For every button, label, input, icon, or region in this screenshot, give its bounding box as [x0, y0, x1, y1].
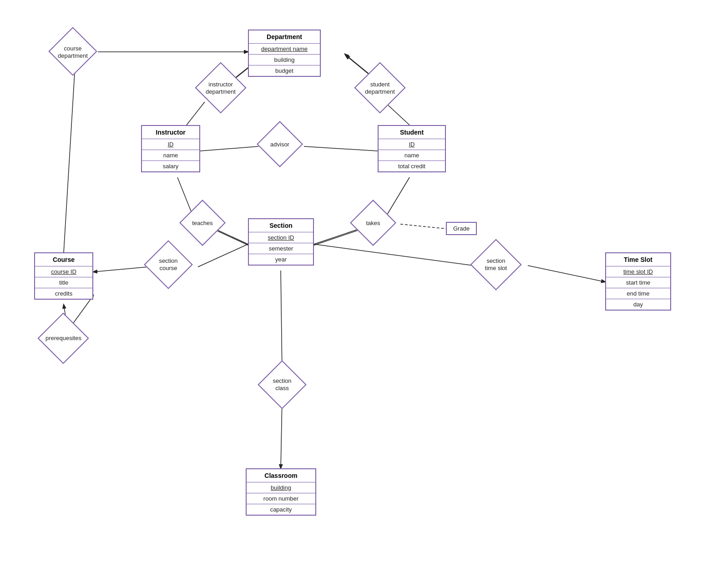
student-attr-id: ID	[379, 139, 445, 150]
department-title: Department	[249, 30, 320, 43]
timeslot-attr-day: day	[606, 299, 670, 310]
classroom-entity: Classroom building room number capacity	[246, 468, 316, 516]
classroom-attr-building: building	[247, 482, 315, 493]
grade-label: Grade	[453, 225, 470, 232]
instructor-title: Instructor	[142, 126, 199, 139]
department-entity: Department department name building budg…	[248, 30, 321, 77]
section-attr-id: section ID	[249, 232, 313, 243]
course-attr-credits: credits	[35, 288, 92, 299]
timeslot-attr-end: end time	[606, 288, 670, 299]
instructor-entity: Instructor ID name salary	[141, 125, 200, 172]
section-class-label: sectionclass	[273, 377, 291, 391]
course-department-label: coursedepartment	[58, 45, 88, 59]
student-entity: Student ID name total credit	[378, 125, 446, 172]
svg-line-20	[528, 266, 605, 282]
svg-line-7	[384, 102, 410, 125]
classroom-attr-room: room number	[247, 493, 315, 504]
department-attr-name: department name	[249, 44, 320, 54]
takes-label: takes	[366, 220, 380, 227]
svg-line-8	[304, 146, 378, 151]
advisor-relationship: advisor	[253, 130, 307, 159]
section-timeslot-relationship: sectiontime slot	[464, 249, 528, 280]
svg-line-17	[198, 244, 248, 267]
grade-entity: Grade	[446, 222, 477, 235]
instructor-attr-id: ID	[142, 139, 199, 150]
svg-line-16	[400, 224, 446, 229]
department-attr-building: building	[249, 55, 320, 65]
section-attr-year: year	[249, 254, 313, 265]
section-course-relationship: sectioncourse	[139, 249, 198, 280]
department-attr-budget: budget	[249, 65, 320, 76]
teaches-relationship: teaches	[175, 208, 230, 238]
svg-line-22	[281, 399, 282, 468]
svg-line-19	[314, 244, 473, 266]
student-department-label: studentdepartment	[365, 81, 395, 95]
advisor-label: advisor	[270, 141, 289, 148]
teaches-label: teaches	[192, 220, 213, 227]
timeslot-attr-id: time slot ID	[606, 266, 670, 277]
course-entity: Course course ID title credits	[34, 252, 93, 300]
prerequesites-relationship: prerequesites	[33, 323, 94, 354]
section-entity: Section section ID semester year	[248, 218, 314, 266]
student-department-relationship: studentdepartment	[350, 72, 410, 105]
takes-relationship: takes	[346, 208, 400, 238]
student-title: Student	[379, 126, 445, 139]
classroom-attr-capacity: capacity	[247, 504, 315, 515]
instructor-department-label: instructordepartment	[206, 81, 236, 95]
instructor-attr-name: name	[142, 150, 199, 161]
er-diagram: Department department name building budg…	[0, 0, 728, 582]
instructor-attr-salary: salary	[142, 161, 199, 171]
course-attr-title: title	[35, 277, 92, 288]
course-department-relationship: coursedepartment	[46, 36, 100, 68]
section-timeslot-label: sectiontime slot	[485, 257, 507, 271]
section-attr-semester: semester	[249, 243, 313, 254]
instructor-department-relationship: instructordepartment	[189, 72, 253, 105]
timeslot-attr-start: start time	[606, 277, 670, 288]
section-course-label: sectioncourse	[159, 257, 177, 271]
timeslot-entity: Time Slot time slot ID start time end ti…	[605, 252, 671, 311]
svg-line-9	[200, 146, 258, 151]
classroom-title: Classroom	[247, 469, 315, 482]
svg-line-21	[281, 271, 282, 373]
course-title: Course	[35, 253, 92, 266]
section-class-relationship: sectionclass	[253, 369, 312, 400]
timeslot-title: Time Slot	[606, 253, 670, 266]
student-attr-credit: total credit	[379, 161, 445, 171]
svg-line-1	[64, 65, 75, 252]
prerequesites-label: prerequesites	[46, 335, 81, 342]
svg-line-6	[187, 102, 205, 125]
course-attr-id: course ID	[35, 266, 92, 277]
student-attr-name: name	[379, 150, 445, 161]
section-title: Section	[249, 219, 313, 232]
